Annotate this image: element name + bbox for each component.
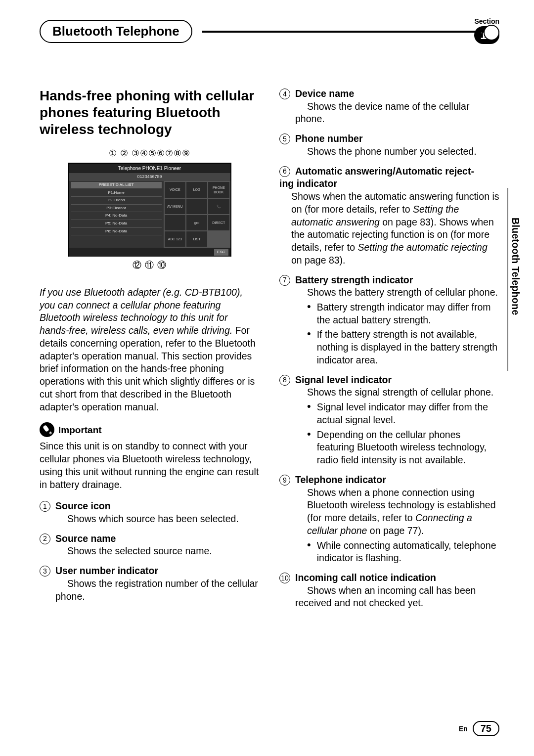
item-6: 6 Automatic answering/Automatic reject-	[279, 165, 499, 178]
diagram-bottom-callouts: ⑫ ⑪ ⑩	[61, 260, 239, 271]
item-number: 4	[279, 89, 290, 99]
item-body: Shows when an incoming call has been rec…	[295, 585, 476, 609]
list-item: P2:Friend	[71, 197, 162, 205]
side-accent-line	[507, 188, 508, 371]
page-footer: En 75	[459, 721, 499, 736]
diagram-header: Telephone PHONE1 Pioneer	[69, 164, 230, 173]
list-item: P5: No-Data	[71, 220, 162, 228]
bullet-text: Signal level indicator may differ from t…	[317, 401, 499, 426]
left-column: Hands-free phoning with cellular phones …	[40, 88, 260, 617]
item-3: 3 User number indicator Shows the regist…	[40, 565, 260, 603]
diagram-button-grid: VOICE LOG PHONE BOOK AV MENU 📞 grd DIREC…	[164, 181, 230, 248]
footer-language: En	[459, 725, 468, 733]
item-number: 3	[40, 566, 50, 577]
section-title-box: Bluetooth Telephone	[40, 20, 192, 43]
item-number: 6	[279, 166, 290, 177]
bullet-item: •If the battery strength is not availabl…	[307, 328, 499, 366]
diagram-button: LOG	[186, 182, 207, 197]
diagram-button	[186, 199, 207, 214]
item-title: User number indicator	[55, 565, 158, 576]
diagram-esc-button: ESC	[214, 249, 228, 256]
item-number: 2	[40, 534, 50, 544]
bullet-text: Battery strength indicator may differ fr…	[317, 301, 499, 326]
diagram-phone-number: 0123456789	[69, 173, 230, 181]
diagram-button: DIRECT	[208, 215, 229, 230]
important-heading: Important	[40, 422, 260, 437]
item-body-part: on page 77).	[367, 525, 424, 536]
section-word: Section	[474, 17, 499, 25]
item-title: Phone number	[295, 133, 363, 144]
bullet-text: While connecting automatically, telephon…	[317, 539, 499, 565]
bullet-text: If the battery strength is not available…	[317, 328, 499, 366]
item-title: Device name	[295, 88, 354, 99]
diagram-button: LIST	[186, 231, 207, 247]
section-title: Bluetooth Telephone	[52, 24, 179, 39]
item-title: Incoming call notice indication	[295, 572, 436, 583]
item-number: 1	[40, 501, 50, 512]
intro-rest: For details concerning operation, refer …	[40, 325, 256, 412]
item-number: 7	[279, 275, 290, 286]
important-icon	[40, 422, 54, 437]
item-number: 10	[279, 573, 290, 583]
item-5: 5 Phone number Shows the phone number yo…	[279, 133, 499, 158]
item-title: Telephone indicator	[295, 474, 386, 485]
item-title-line1: Automatic answering/Automatic reject-	[295, 166, 474, 177]
item-title-line2: ing indicator	[279, 178, 337, 189]
item-number: 9	[279, 475, 290, 486]
item-7: 7 Battery strength indicator Shows the b…	[279, 274, 499, 367]
item-4: 4 Device name Shows the device name of t…	[279, 88, 499, 126]
bullet-item: •Depending on the cellular phones featur…	[307, 429, 499, 467]
item-body: Shows the battery strength of cellular p…	[307, 287, 498, 298]
bullet-item: •Battery strength indicator may differ f…	[307, 301, 499, 326]
item-9: 9 Telephone indicator Shows when a phone…	[279, 474, 499, 565]
item-number: 5	[279, 133, 290, 144]
diagram-footer: ESC	[69, 248, 230, 257]
item-title: Source icon	[55, 500, 111, 511]
diagram-button: VOICE	[165, 182, 185, 197]
list-item: P4: No-Data	[71, 212, 162, 220]
diagram-list-title: PRESET DIAL LIST	[71, 182, 162, 188]
diagram-top-callouts: ① ② ③④⑤⑥⑦⑧⑨	[61, 148, 239, 160]
bullet-item: •While connecting automatically, telepho…	[307, 539, 499, 565]
item-ref: Setting the automatic rejecting	[357, 242, 487, 253]
right-column: 4 Device name Shows the device name of t…	[279, 88, 499, 617]
item-8: 8 Signal level indicator Shows the signa…	[279, 374, 499, 467]
item-title: Source name	[55, 533, 116, 544]
intro-paragraph: If you use Bluetooth adapter (e.g. CD-BT…	[40, 286, 260, 413]
item-body: Shows the phone number you selected.	[307, 146, 477, 157]
item-number: 8	[279, 375, 290, 386]
bullet-item: •Signal level indicator may differ from …	[307, 401, 499, 426]
item-6-continued: ing indicator Shows when the automatic a…	[279, 178, 499, 267]
main-heading: Hands-free phoning with cellular phones …	[40, 88, 260, 138]
item-1: 1 Source icon Shows which source has bee…	[40, 500, 260, 525]
item-title: Battery strength indicator	[295, 274, 413, 285]
screen-diagram: ① ② ③④⑤⑥⑦⑧⑨ Telephone PHONE1 Pioneer 012…	[61, 148, 239, 271]
diagram-screen: Telephone PHONE1 Pioneer 0123456789 PRES…	[68, 163, 231, 257]
list-item: P3:Eleanor	[71, 205, 162, 213]
diagram-button: AV MENU	[165, 199, 185, 214]
item-body-part: on page 83).	[291, 255, 346, 266]
intro-italic: If you use Bluetooth adapter (e.g. CD-BT…	[40, 287, 243, 336]
item-body: Shows the device name of the cellular ph…	[295, 101, 469, 125]
diagram-button: 📞	[208, 199, 229, 214]
diagram-preset-list: PRESET DIAL LIST P1:Home P2:Friend P3:El…	[69, 181, 164, 248]
side-tab: Bluetooth Telephone	[509, 213, 522, 320]
diagram-button	[165, 215, 185, 230]
item-10: 10 Incoming call notice indication Shows…	[279, 572, 499, 610]
footer-page-number: 75	[473, 721, 499, 736]
bullet-text: Depending on the cellular phones featuri…	[317, 429, 499, 467]
list-item: P1:Home	[71, 189, 162, 197]
important-label: Important	[58, 424, 102, 436]
diagram-button: PHONE BOOK	[208, 182, 229, 197]
diagram-button: ABC 123	[165, 231, 185, 247]
header-row: Bluetooth Telephone	[40, 20, 499, 43]
item-2: 2 Source name Shows the selected source …	[40, 533, 260, 558]
header-rule	[202, 31, 499, 33]
item-title: Signal level indicator	[295, 374, 392, 385]
list-item: P6: No-Data	[71, 228, 162, 236]
diagram-button: grd	[186, 215, 207, 230]
item-body-part: Shows when the automatic answering funct…	[291, 191, 499, 215]
item-body: Shows which source has been selected.	[67, 513, 239, 524]
item-body: Shows the signal strength of cellular ph…	[307, 387, 493, 398]
item-body: Shows the selected source name.	[67, 545, 212, 556]
